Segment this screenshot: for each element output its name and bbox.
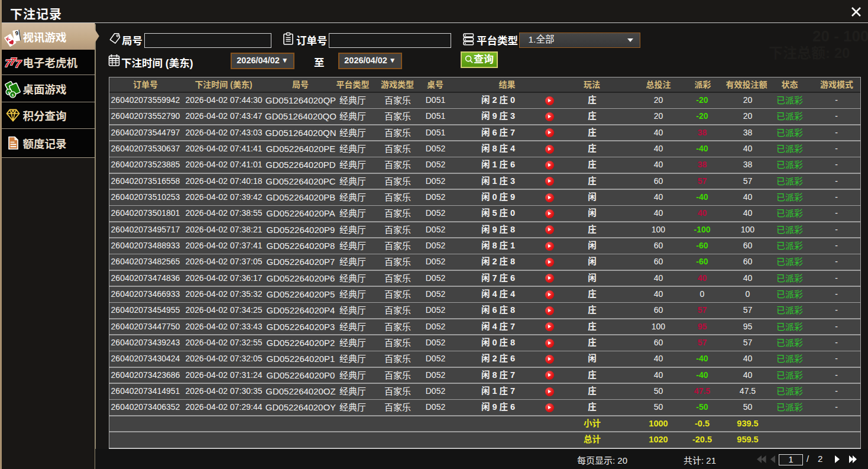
svg-text:$: $ bbox=[12, 92, 14, 98]
svg-text:7: 7 bbox=[15, 59, 22, 70]
